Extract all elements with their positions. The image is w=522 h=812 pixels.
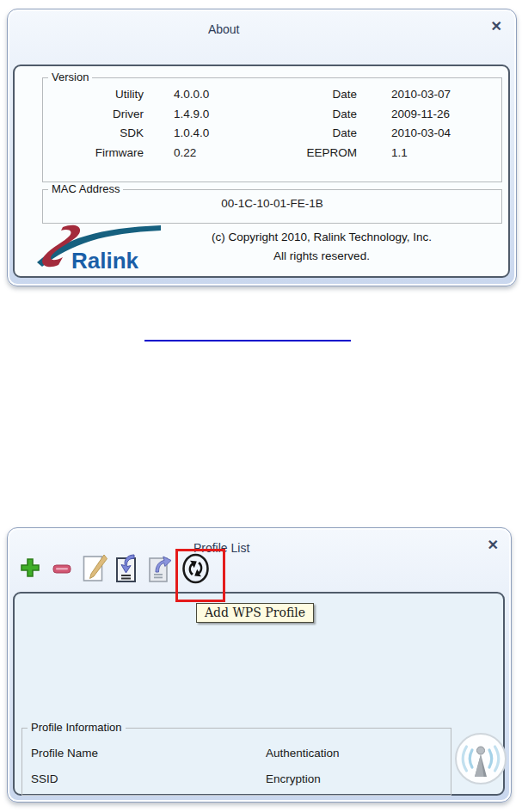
date-value: 2009-11-26 — [357, 105, 501, 125]
ssid-label: SSID — [31, 766, 266, 792]
about-dialog: About ✕ Version Utility 4.0.0.0 Date 201… — [7, 9, 517, 286]
delete-profile-button[interactable] — [52, 563, 71, 573]
date-label: Date — [301, 105, 357, 125]
about-titlebar[interactable]: About ✕ — [8, 9, 516, 61]
about-dialog-title: About — [8, 22, 439, 36]
signal-antenna-icon — [454, 732, 507, 785]
version-groupbox: Version Utility 4.0.0.0 Date 2010-03-07 … — [42, 77, 502, 182]
date-value: 2010-03-04 — [357, 124, 501, 144]
hyperlink-underline[interactable] — [144, 340, 351, 341]
version-label: SDK — [43, 124, 144, 144]
logo-brand-text: Ralink — [71, 248, 139, 273]
about-close-button[interactable]: ✕ — [491, 20, 502, 34]
profile-info-groupbox: Profile Information Profile Name Authent… — [21, 728, 451, 796]
version-row-firmware: Firmware 0.22 EEPROM 1.1 — [43, 144, 501, 163]
tooltip: Add WPS Profile — [196, 603, 314, 623]
edit-profile-icon — [82, 553, 107, 584]
mac-address-groupbox: MAC Address 00-1C-10-01-FE-1B — [42, 189, 502, 224]
profile-list-dialog: Profile List ✕ — [7, 527, 512, 803]
version-row-utility: Utility 4.0.0.0 Date 2010-03-07 — [43, 85, 501, 105]
profile-info-legend: Profile Information — [28, 721, 126, 734]
version-label: Firmware — [43, 144, 144, 163]
about-content-panel: Version Utility 4.0.0.0 Date 2010-03-07 … — [13, 65, 510, 278]
version-group-legend: Version — [48, 71, 92, 83]
version-value: 1.4.9.0 — [144, 105, 301, 125]
mac-group-legend: MAC Address — [48, 182, 123, 195]
profile-name-label: Profile Name — [31, 741, 266, 766]
profile-close-button[interactable]: ✕ — [488, 538, 499, 552]
version-value: 4.0.0.0 — [144, 85, 301, 105]
authentication-label: Authentication — [266, 741, 451, 766]
eeprom-value: 1.1 — [357, 144, 501, 163]
add-wps-profile-icon — [181, 552, 211, 585]
about-footer: Ralink (c) Copyright 2010, Ralink Techno… — [15, 219, 508, 276]
version-row-sdk: SDK 1.0.4.0 Date 2010-03-04 — [43, 124, 501, 144]
export-profile-icon — [147, 552, 173, 584]
add-profile-button[interactable] — [19, 557, 41, 579]
signal-status-button[interactable] — [454, 732, 507, 785]
import-profile-button[interactable] — [114, 552, 140, 584]
version-label: Driver — [43, 105, 144, 125]
export-profile-button[interactable] — [147, 552, 173, 584]
eeprom-label: EEPROM — [301, 144, 357, 163]
import-profile-icon — [114, 552, 140, 584]
version-value: 0.22 — [144, 144, 301, 163]
date-label: Date — [301, 124, 357, 144]
profile-dialog-title: Profile List — [8, 541, 435, 555]
date-label: Date — [301, 85, 357, 105]
date-value: 2010-03-07 — [357, 85, 501, 105]
version-row-driver: Driver 1.4.9.0 Date 2009-11-26 — [43, 105, 501, 125]
add-wps-profile-button[interactable] — [181, 552, 211, 585]
delete-profile-icon — [52, 564, 71, 574]
version-value: 1.0.4.0 — [144, 124, 301, 144]
add-profile-icon — [19, 557, 41, 579]
copyright-line1: (c) Copyright 2010, Ralink Technology, I… — [144, 228, 500, 247]
version-label: Utility — [43, 85, 144, 105]
copyright-text: (c) Copyright 2010, Ralink Technology, I… — [144, 228, 500, 266]
copyright-line2: All rights reserved. — [144, 247, 500, 266]
encryption-label: Encryption — [266, 766, 451, 792]
edit-profile-button[interactable] — [82, 553, 107, 584]
